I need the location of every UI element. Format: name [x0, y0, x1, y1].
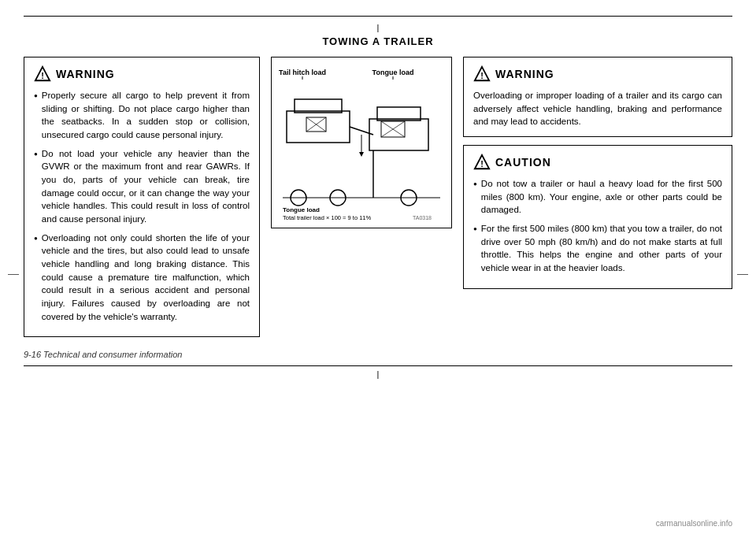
svg-rect-12: [369, 119, 428, 150]
top-divider: [24, 16, 732, 17]
right-nav-arrow[interactable]: —: [737, 267, 748, 280]
center-diagram: Tail hitch load Tongue load: [271, 57, 452, 228]
caution-header: ! CAUTION: [473, 154, 722, 171]
caution-bullets: Do not tow a trailer or haul a heavy loa…: [473, 177, 722, 275]
svg-text:TA0318: TA0318: [413, 215, 432, 221]
page-marker-top: |: [24, 23, 732, 32]
svg-text:!: !: [480, 71, 484, 80]
page-container: | TOWING A TRAILER ! WARNING Properly se…: [0, 0, 756, 534]
bullet-3: Overloading not only could shorten the l…: [34, 232, 250, 324]
caution-bullet-1: Do not tow a trailer or haul a heavy loa…: [473, 177, 722, 217]
left-warning-bullets: Properly secure all cargo to help preven…: [34, 89, 250, 323]
svg-rect-7: [287, 111, 350, 143]
bullet-2: Do not load your vehicle any heavier tha…: [34, 147, 250, 226]
left-nav-arrow[interactable]: —: [8, 267, 19, 280]
footer-page-ref: 9-16 Technical and consumer information: [24, 350, 182, 359]
caution-icon: !: [473, 154, 491, 171]
caution-bullet-2: For the first 500 miles (800 km) that yo…: [473, 222, 722, 275]
content-row: ! WARNING Properly secure all cargo to h…: [24, 57, 732, 337]
left-warning-box: ! WARNING Properly secure all cargo to h…: [24, 57, 260, 337]
right-warning-title: WARNING: [495, 68, 554, 80]
svg-text:!: !: [41, 71, 44, 80]
warning-icon-right: !: [473, 65, 491, 83]
left-warning-header: ! WARNING: [34, 65, 250, 83]
page-title: TOWING A TRAILER: [24, 35, 732, 47]
warning-icon-left: !: [34, 65, 51, 83]
right-warning-box: ! WARNING Overloading or improper loadin…: [463, 57, 732, 137]
page-marker-bottom: |: [24, 369, 732, 379]
caution-title: CAUTION: [495, 156, 551, 169]
svg-text:Tail hitch load: Tail hitch load: [279, 69, 326, 76]
watermark: carmanualsonline.info: [656, 519, 732, 528]
svg-text:Tongue load: Tongue load: [372, 69, 414, 76]
svg-text:!: !: [480, 159, 484, 169]
caution-box: ! CAUTION Do not tow a trailer or haul a…: [463, 145, 732, 289]
page-footer: 9-16 Technical and consumer information: [24, 350, 732, 359]
right-column: ! WARNING Overloading or improper loadin…: [463, 57, 732, 289]
bottom-divider: [24, 365, 732, 366]
left-warning-title: WARNING: [56, 68, 115, 80]
right-warning-header: ! WARNING: [473, 65, 722, 83]
right-warning-text: Overloading or improper loading of a tra…: [473, 89, 722, 128]
bullet-1: Properly secure all cargo to help preven…: [34, 89, 250, 142]
svg-text:Total trailer load × 100 = 9 t: Total trailer load × 100 = 9 to 11%: [283, 214, 371, 221]
svg-text:Tongue load: Tongue load: [283, 206, 320, 213]
trailer-diagram-svg: Tail hitch load Tongue load: [279, 64, 444, 221]
